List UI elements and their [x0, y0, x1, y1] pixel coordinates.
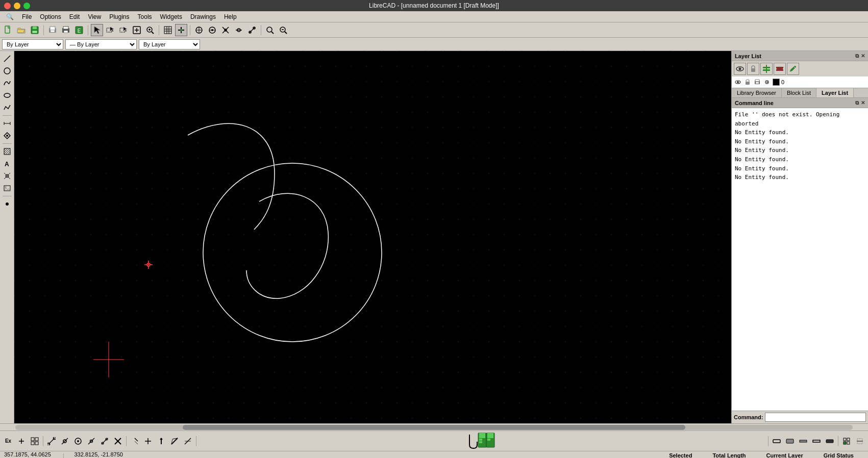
svg-rect-66 [4, 186, 10, 191]
snap-on-entity-btn[interactable] [59, 435, 71, 447]
scrollbar-track[interactable] [15, 425, 853, 430]
menu-plugins[interactable]: Plugins [105, 12, 133, 21]
snap-endpoints-btn[interactable] [45, 435, 58, 447]
layer-add-button[interactable] [760, 63, 773, 75]
window-controls[interactable] [4, 3, 30, 9]
print-preview-button[interactable] [46, 24, 59, 36]
ellipse-tool-button[interactable] [2, 90, 13, 101]
pen-style5-btn[interactable] [824, 435, 836, 447]
maximize-button[interactable] [23, 3, 30, 9]
image-tool-button[interactable] [2, 183, 13, 194]
grid-snap-on-btn[interactable] [840, 435, 853, 447]
dimension-tool-button[interactable] [2, 118, 13, 129]
tab-block-list[interactable]: Block List [782, 88, 816, 97]
layer-gear-icon[interactable]: ✦ [763, 78, 771, 86]
point-tool-button[interactable] [2, 198, 13, 210]
menu-file[interactable]: File [18, 12, 36, 21]
snap-add-button[interactable] [15, 435, 28, 447]
layer-remove-button[interactable] [774, 63, 786, 75]
grid-button[interactable] [162, 24, 174, 36]
zoom-prev-button[interactable] [277, 24, 289, 36]
zoom-in-button[interactable] [144, 24, 156, 36]
snap-intersection-btn2[interactable] [112, 435, 124, 447]
horizontal-scrollbar[interactable] [0, 423, 868, 430]
export-button[interactable]: E [73, 24, 85, 36]
zoom-extents-button[interactable] [264, 24, 276, 36]
layer-lock-icon[interactable] [743, 78, 752, 86]
close-button[interactable] [4, 3, 11, 9]
ortho-button[interactable] [175, 24, 187, 36]
line-tool-button[interactable] [2, 53, 13, 64]
pen-style1-btn[interactable] [771, 435, 783, 447]
tab-layer-list[interactable]: Layer List [816, 88, 854, 97]
linetype-select[interactable]: — By Layer [65, 39, 137, 49]
select-window-button[interactable] [104, 24, 116, 36]
snap-distance-button[interactable] [246, 24, 258, 36]
command-input[interactable] [765, 413, 866, 422]
menu-options[interactable]: Options [36, 12, 65, 21]
menu-edit[interactable]: Edit [65, 12, 84, 21]
menu-view[interactable]: View [84, 12, 105, 21]
layer-row[interactable]: ✦ 0 [732, 77, 868, 88]
layer-show-all-button[interactable] [734, 63, 746, 75]
restrict-any-btn[interactable] [168, 435, 181, 447]
restrict-nothing-btn[interactable] [129, 435, 141, 447]
color-select[interactable]: By Layer [2, 39, 63, 49]
layer-name[interactable]: 0 [781, 79, 866, 85]
restrict-follow-btn[interactable] [182, 435, 194, 447]
scrollbar-thumb[interactable] [183, 425, 685, 430]
spline-tool-button[interactable] [2, 78, 13, 89]
restrict-ortho-btn[interactable] [142, 435, 154, 447]
menu-drawings[interactable]: Drawings [186, 12, 220, 21]
snap-dist-btn2[interactable] [98, 435, 111, 447]
panel-float-icon[interactable]: ⧉ [855, 53, 859, 59]
modify-tool-button[interactable] [2, 130, 13, 141]
cmd-close-icon[interactable]: ✕ [861, 100, 865, 106]
zoom-pan-button[interactable] [131, 24, 143, 36]
cmd-float-icon[interactable]: ⧉ [855, 100, 859, 106]
snap-center-btn[interactable] [72, 435, 84, 447]
text-tool-button[interactable]: A [2, 158, 13, 169]
snap-endpoint-button[interactable] [206, 24, 218, 36]
select-button[interactable] [91, 24, 103, 36]
snap-intersection-button[interactable] [219, 24, 232, 36]
open-button[interactable] [15, 24, 28, 36]
menu-help[interactable]: Help [220, 12, 241, 21]
panel-close-icon[interactable]: ✕ [861, 53, 865, 59]
grid-status-group: Grid Status 10 / 100 [824, 452, 854, 459]
pattern-tool-button[interactable] [2, 170, 13, 182]
polyline-tool-button[interactable] [2, 102, 13, 113]
menu-icon[interactable]: 🔍 [2, 12, 18, 21]
drawing-canvas[interactable] [14, 51, 731, 423]
hatch-tool-button[interactable] [2, 146, 13, 157]
pen-style3-btn[interactable] [797, 435, 809, 447]
circle-tool-button[interactable] [2, 65, 13, 77]
grid-snap-off-btn[interactable] [854, 435, 866, 447]
menu-tools[interactable]: Tools [134, 12, 156, 21]
svg-line-125 [171, 438, 178, 444]
layer-lock-all-button[interactable] [747, 63, 759, 75]
pen-style4-btn[interactable] [810, 435, 823, 447]
save-button[interactable] [29, 24, 41, 36]
svg-line-58 [4, 148, 8, 152]
linewidth-select[interactable]: By Layer [139, 39, 200, 49]
layer-edit-button[interactable] [787, 63, 799, 75]
select-contour-button[interactable] [117, 24, 130, 36]
restrict-ver-btn[interactable] [155, 435, 167, 447]
print-button[interactable] [60, 24, 72, 36]
snap-middle-button[interactable] [233, 24, 245, 36]
snap-free-button[interactable] [193, 24, 205, 36]
exclusive-button[interactable]: Ex [2, 435, 14, 447]
svg-rect-87 [776, 69, 783, 71]
pen-style2-btn[interactable] [784, 435, 796, 447]
layer-color-box[interactable] [773, 79, 780, 86]
menu-widgets[interactable]: Widgets [156, 12, 186, 21]
canvas-area[interactable] [14, 51, 731, 423]
minimize-button[interactable] [14, 3, 20, 9]
layer-print-icon[interactable] [753, 78, 761, 86]
snap-middle-btn2[interactable] [85, 435, 97, 447]
tab-library-browser[interactable]: Library Browser [732, 88, 782, 97]
layer-visibility-icon[interactable] [734, 78, 742, 86]
new-button[interactable] [2, 24, 14, 36]
snap-grid-button[interactable] [29, 435, 41, 447]
